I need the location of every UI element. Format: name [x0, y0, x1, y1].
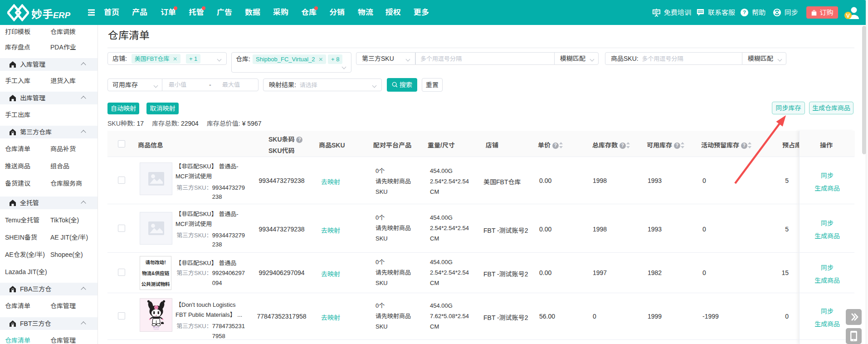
- svg-text:KUROMI: KUROMI: [154, 329, 159, 330]
- svg-text:?: ?: [743, 10, 746, 15]
- svg-text:V: V: [846, 13, 850, 19]
- svg-text:酷洛米: 酷洛米: [153, 326, 160, 329]
